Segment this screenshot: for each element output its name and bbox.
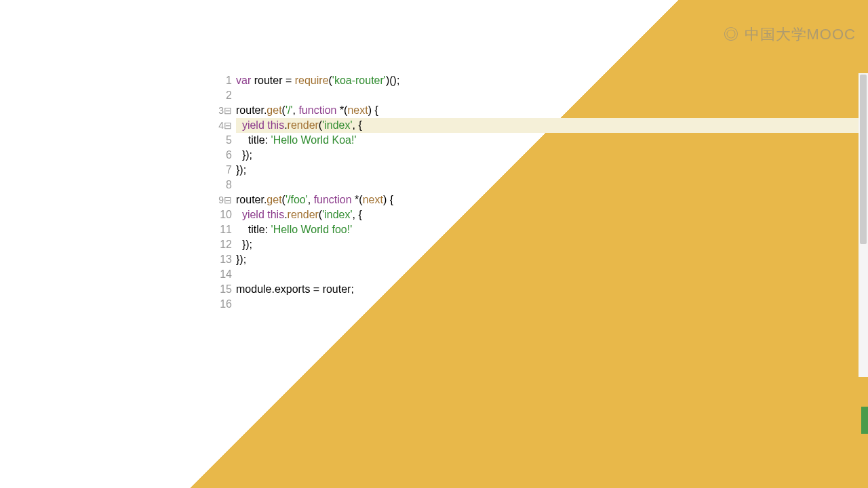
code-editor[interactable]: 123⊟4⊟56789⊟10111213141516 var router = … — [203, 73, 868, 377]
editor-tab[interactable]: index.js⊠ — [428, 56, 490, 73]
editor-scrollbar-v[interactable] — [859, 73, 868, 377]
editor-tabs: product.json⊠index.ejs⊠product.ejs⊠index… — [203, 56, 868, 73]
side-tab[interactable] — [861, 407, 868, 434]
